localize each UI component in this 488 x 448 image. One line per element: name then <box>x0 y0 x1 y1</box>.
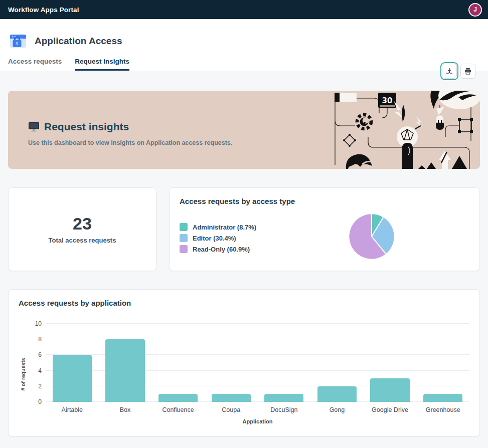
page-title: Application Access <box>35 36 122 47</box>
bar-greenhouse <box>423 394 462 402</box>
pie-chart <box>348 212 396 261</box>
y-tick-label: 4 <box>25 367 42 374</box>
bar-slot <box>416 324 469 402</box>
printer-icon <box>463 67 472 76</box>
insights-banner: Request insights Use this dashboard to v… <box>8 91 480 169</box>
topbar: Workflow Apps Portal J <box>0 0 488 19</box>
y-tick-label: 6 <box>25 351 42 358</box>
toolbar <box>442 64 475 79</box>
x-tick-label: DocuSign <box>258 406 311 413</box>
bar-slot <box>364 324 417 402</box>
tab-request-insights[interactable]: Request insights <box>75 58 129 71</box>
x-axis-title: Application <box>46 418 469 424</box>
bar-docusign <box>264 394 303 402</box>
banner-title: Request insights <box>44 121 129 133</box>
x-tick-label: Greenhouse <box>416 406 469 413</box>
legend-item: Read-Only (60.9%) <box>180 245 256 253</box>
total-requests-card: 23 Total access requests <box>8 187 156 271</box>
pie-chart-title: Access requests by access type <box>180 197 469 205</box>
x-tick-label: Google Drive <box>364 406 417 413</box>
print-button[interactable] <box>460 64 475 79</box>
download-button[interactable] <box>442 64 457 79</box>
bar-gong <box>317 386 357 402</box>
legend-swatch <box>180 223 188 231</box>
legend-item: Administrator (8.7%) <box>180 223 256 231</box>
x-tick-label: Coupa <box>205 406 258 413</box>
bar-slot <box>99 324 152 402</box>
svg-text:30: 30 <box>382 96 393 105</box>
download-icon <box>445 67 454 76</box>
pie-legend: Administrator (8.7%)Editor (30.4%)Read-O… <box>180 223 256 261</box>
legend-swatch <box>180 234 188 242</box>
pie-chart-svg <box>348 212 396 261</box>
x-tick-label: Gong <box>310 406 364 413</box>
legend-item: Editor (30.4%) <box>180 234 256 242</box>
bar-slot <box>46 324 99 402</box>
legend-label: Read-Only (60.9%) <box>193 246 250 253</box>
bar-plot: 0246810 <box>46 324 469 402</box>
y-tick-label: 0 <box>25 398 42 405</box>
total-requests-label: Total access requests <box>49 237 116 244</box>
legend-label: Editor (30.4%) <box>193 235 236 242</box>
x-axis-labels: AirtableBoxConfluenceCoupaDocuSignGongGo… <box>46 406 469 413</box>
bar-confluence <box>158 394 198 402</box>
access-type-card: Access requests by access type Administr… <box>169 187 480 271</box>
bars-row <box>46 324 469 402</box>
total-requests-value: 23 <box>73 214 92 233</box>
banner-illustration: 30 <box>333 91 480 169</box>
dashboard-content: Request insights Use this dashboard to v… <box>0 71 488 436</box>
banner-subtitle: Use this dashboard to view insights on A… <box>28 139 289 146</box>
legend-swatch <box>180 245 188 253</box>
y-tick-label: 8 <box>25 336 42 343</box>
bar-chart-title: Access requests by application <box>19 299 469 307</box>
bar-coupa <box>212 394 251 402</box>
x-tick-label: Airtable <box>46 406 99 413</box>
browser-lock-icon <box>8 31 28 51</box>
bar-slot <box>205 324 258 402</box>
user-avatar[interactable]: J <box>468 3 482 17</box>
bar-google-drive <box>370 378 409 402</box>
tab-bar: Access requests Request insights <box>8 58 480 71</box>
x-tick-label: Box <box>99 406 152 413</box>
portal-title: Workflow Apps Portal <box>8 6 79 14</box>
y-tick-label: 10 <box>25 320 42 327</box>
desktop-computer-icon <box>28 122 40 132</box>
bar-box <box>105 339 144 402</box>
bar-slot <box>258 324 311 402</box>
bar-slot <box>310 324 364 402</box>
bar-airtable <box>53 355 92 402</box>
y-tick-label: 2 <box>25 383 42 390</box>
application-bar-card: Access requests by application # of requ… <box>8 289 480 436</box>
x-tick-label: Confluence <box>151 406 205 413</box>
tab-access-requests[interactable]: Access requests <box>8 58 62 71</box>
page-header: Application Access Access requests Reque… <box>0 19 488 71</box>
bar-slot <box>151 324 205 402</box>
legend-label: Administrator (8.7%) <box>193 223 256 231</box>
